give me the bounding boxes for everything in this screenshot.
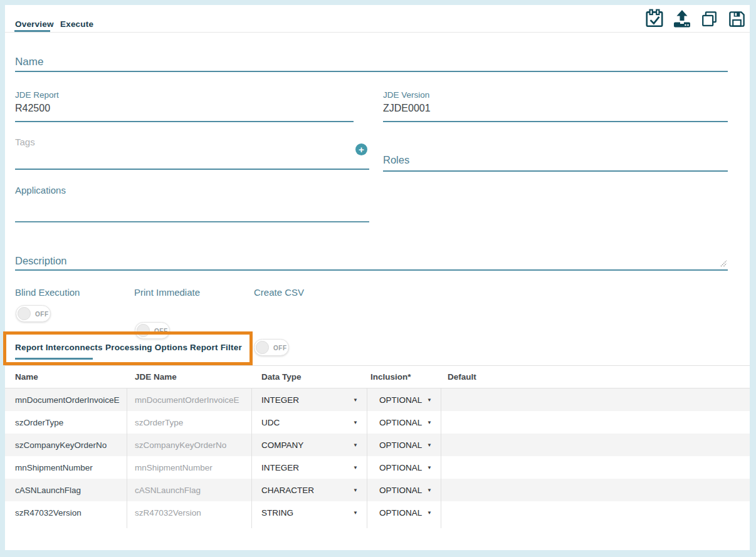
toggle-knob (256, 341, 269, 354)
cell-jde-name: szCompanyKeyOrderNo (127, 434, 252, 456)
tab-report-interconnects[interactable]: Report Interconnects (15, 343, 103, 352)
schedule-button[interactable] (643, 8, 666, 30)
toggle-knob (18, 307, 31, 320)
table-row: szCompanyKeyOrderNo szCompanyKeyOrderNo … (5, 434, 750, 456)
column-header-name: Name (5, 372, 127, 382)
jde-version-underline (383, 121, 728, 122)
name-input[interactable]: Name (15, 56, 43, 68)
cell-name: mnShipmentNumber (5, 456, 127, 479)
tab-overview[interactable]: Overview (15, 19, 54, 29)
parameters-table: Name JDE Name Data Type Inclusion* Defau… (5, 366, 750, 528)
default-input[interactable] (441, 434, 750, 456)
inclusion-select[interactable]: OPTIONAL▼ (367, 501, 441, 524)
table-row: szR47032Version szR47032Version STRING▼ … (5, 501, 750, 524)
save-button[interactable] (725, 8, 748, 30)
toggle-knob (137, 324, 150, 337)
column-header-inclusion: Inclusion* (367, 372, 441, 382)
data-type-value: CHARACTER (261, 486, 314, 495)
data-type-select[interactable]: UDC▼ (252, 411, 367, 434)
name-underline (15, 71, 728, 72)
applications-input[interactable]: Applications (15, 185, 66, 195)
chevron-down-icon: ▼ (353, 465, 358, 471)
toggle-state-label: OFF (154, 328, 168, 335)
table-row: mnShipmentNumber mnShipmentNumber INTEGE… (5, 456, 750, 479)
description-underline (15, 269, 728, 271)
print-immediate-label: Print Immediate (134, 287, 200, 298)
jde-report-label: JDE Report (15, 90, 59, 100)
data-type-value: INTEGER (261, 395, 299, 405)
chevron-down-icon: ▼ (353, 397, 358, 403)
inclusion-value: OPTIONAL (379, 440, 422, 450)
data-type-value: STRING (261, 508, 293, 518)
chevron-down-icon: ▼ (427, 465, 432, 471)
cell-name: szR47032Version (5, 501, 127, 524)
table-row: mnDocumentOrderInvoiceE mnDocumentOrderI… (5, 388, 750, 411)
blind-execution-label: Blind Execution (15, 287, 80, 298)
chevron-down-icon: ▼ (353, 442, 358, 448)
roles-input[interactable]: Roles (383, 154, 409, 166)
create-csv-toggle[interactable]: OFF (254, 339, 289, 356)
resize-handle-icon[interactable] (720, 259, 728, 268)
tags-underline (15, 169, 369, 170)
default-input[interactable] (441, 479, 750, 501)
default-input[interactable] (441, 501, 750, 524)
add-tag-button[interactable]: + (355, 143, 367, 155)
inclusion-select[interactable]: OPTIONAL▼ (367, 388, 441, 411)
inclusion-select[interactable]: OPTIONAL▼ (367, 434, 441, 456)
cell-jde-name: cASNLaunchFlag (127, 479, 252, 501)
data-type-select[interactable]: INTEGER▼ (252, 388, 367, 411)
inclusion-select[interactable]: OPTIONAL▼ (367, 479, 441, 501)
jde-report-input[interactable]: R42500 (15, 103, 50, 114)
chevron-down-icon: ▼ (427, 510, 432, 516)
data-type-select[interactable]: CHARACTER▼ (252, 479, 367, 501)
table-header-row: Name JDE Name Data Type Inclusion* Defau… (5, 366, 750, 388)
blind-execution-toggle[interactable]: OFF (16, 305, 51, 322)
data-type-select[interactable]: INTEGER▼ (252, 456, 367, 479)
tags-input[interactable]: Tags (15, 137, 35, 147)
chevron-down-icon: ▼ (353, 420, 358, 425)
print-immediate-toggle[interactable]: OFF (135, 322, 170, 339)
tab-execute[interactable]: Execute (60, 19, 93, 29)
data-type-select[interactable]: COMPANY▼ (252, 434, 367, 456)
description-textarea[interactable]: Description (15, 255, 67, 267)
chevron-down-icon: ▼ (353, 487, 358, 493)
toggle-state-label: OFF (273, 345, 287, 351)
inclusion-value: OPTIONAL (379, 508, 422, 518)
data-type-value: COMPANY (261, 440, 303, 450)
duplicate-button[interactable] (698, 8, 721, 31)
table-row: cASNLaunchFlag cASNLaunchFlag CHARACTER▼… (5, 479, 750, 501)
upload-button[interactable] (671, 8, 693, 30)
create-csv-label: Create CSV (254, 287, 304, 298)
jde-version-label: JDE Version (383, 90, 429, 100)
cell-jde-name: szR47032Version (127, 501, 252, 524)
default-input[interactable] (441, 456, 750, 479)
data-type-value: INTEGER (261, 463, 299, 472)
topbar-divider (5, 32, 750, 33)
tab-report-filter[interactable]: Report Filter (190, 343, 242, 352)
inclusion-select[interactable]: OPTIONAL▼ (367, 456, 441, 479)
cell-name: mnDocumentOrderInvoiceE (5, 388, 127, 411)
data-type-select[interactable]: STRING▼ (252, 501, 367, 524)
cell-name: szCompanyKeyOrderNo (5, 434, 127, 456)
tab-processing-options[interactable]: Processing Options (105, 343, 187, 352)
copy-icon (700, 10, 719, 29)
cell-jde-name: szOrderType (127, 411, 252, 434)
inclusion-value: OPTIONAL (379, 418, 422, 427)
default-input[interactable] (441, 388, 750, 411)
inclusion-value: OPTIONAL (379, 486, 422, 495)
inclusion-value: OPTIONAL (379, 395, 422, 405)
upload-icon (672, 9, 692, 29)
data-type-value: UDC (261, 418, 280, 427)
default-input[interactable] (441, 411, 750, 434)
inclusion-select[interactable]: OPTIONAL▼ (367, 411, 441, 434)
table-bottom-strip (5, 524, 750, 528)
column-header-jde-name: JDE Name (127, 372, 252, 382)
cell-jde-name: mnDocumentOrderInvoiceE (127, 388, 252, 411)
cell-name: szOrderType (5, 411, 127, 434)
roles-underline (383, 170, 728, 172)
save-icon (727, 9, 747, 29)
toggle-state-label: OFF (35, 311, 49, 318)
inclusion-value: OPTIONAL (379, 463, 422, 472)
applications-underline (15, 221, 369, 222)
jde-version-input[interactable]: ZJDE0001 (383, 103, 431, 114)
